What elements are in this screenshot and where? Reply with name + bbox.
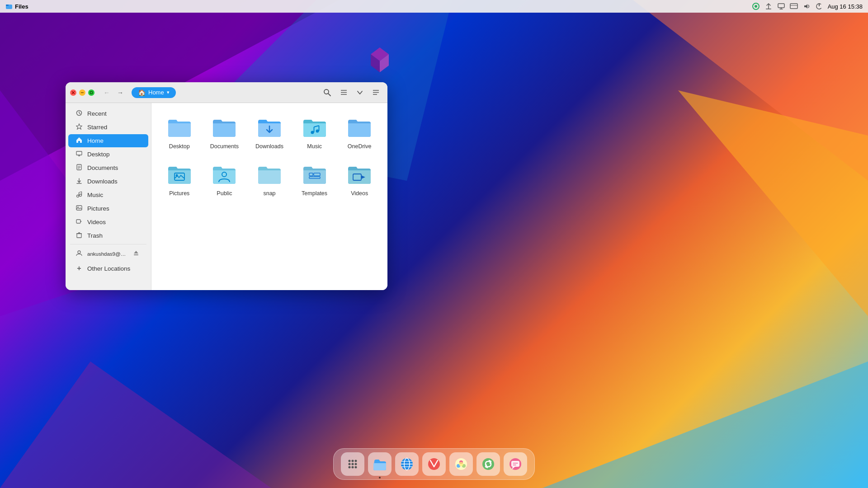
svg-point-60 [316, 130, 319, 133]
folder-onedrive-label: OneDrive [348, 143, 372, 150]
svg-marker-51 [80, 221, 82, 222]
upload-icon[interactable] [764, 2, 773, 10]
dock-color-app-button[interactable] [449, 452, 473, 476]
file-manager-window: ← → 🏠 Home ▾ Recent [66, 82, 387, 290]
folder-public[interactable]: Public [204, 157, 245, 201]
other-locations-icon: + [75, 264, 83, 272]
view-options-button[interactable] [354, 87, 366, 98]
folder-documents-label: Documents [210, 143, 239, 150]
topbar-left: Files [5, 3, 28, 10]
pictures-icon [75, 205, 83, 212]
svg-rect-23 [90, 91, 93, 94]
dock-update-button[interactable] [476, 452, 500, 476]
svg-rect-52 [77, 234, 81, 238]
network-indicator-icon[interactable] [752, 2, 760, 10]
close-button[interactable] [70, 89, 76, 96]
eject-button[interactable] [131, 249, 141, 258]
dock-apps-grid-button[interactable] [341, 452, 364, 476]
folder-downloads-label: Downloads [255, 143, 283, 150]
folder-pictures[interactable]: Pictures [159, 157, 200, 201]
svg-point-86 [428, 458, 440, 470]
sidebar-item-music[interactable]: Music [68, 188, 148, 202]
folder-documents[interactable]: Documents [204, 110, 245, 154]
nav-forward-button[interactable]: → [114, 87, 126, 98]
sidebar: Recent Starred Home Desktop [66, 103, 151, 290]
svg-marker-17 [804, 4, 807, 9]
toolbar-navigation: ← → [101, 87, 126, 98]
folder-templates-label: Templates [302, 190, 327, 197]
dock-browser-button[interactable] [395, 452, 419, 476]
sidebar-item-desktop[interactable]: Desktop [68, 148, 148, 161]
folder-onedrive-icon [346, 116, 373, 139]
trash-icon [75, 232, 83, 239]
svg-rect-94 [511, 461, 519, 467]
sidebar-label-recent: Recent [87, 110, 107, 117]
dock-chat-button[interactable] [504, 452, 527, 476]
folder-videos[interactable]: Videos [339, 157, 380, 201]
sidebar-item-trash[interactable]: Trash [68, 229, 148, 242]
sidebar-item-pictures[interactable]: Pictures [68, 202, 148, 215]
topbar-right: Aug 16 15:38 [752, 2, 863, 10]
main-content: Desktop Documents [151, 103, 387, 290]
sidebar-label-other-locations: Other Locations [87, 265, 130, 272]
dock-chat-icon [508, 457, 523, 471]
volume-icon[interactable] [802, 2, 811, 10]
folder-desktop[interactable]: Desktop [159, 110, 200, 154]
breadcrumb-arrow-icon: ▾ [167, 89, 170, 95]
sidebar-item-other-locations[interactable]: + Other Locations [68, 262, 148, 275]
monitor-icon[interactable] [790, 2, 798, 10]
sidebar-divider [70, 244, 146, 244]
window-toolbar: ← → 🏠 Home ▾ [66, 82, 387, 103]
sidebar-item-recent[interactable]: Recent [68, 107, 148, 120]
dock-files-button[interactable] [368, 452, 392, 476]
svg-point-91 [459, 462, 463, 466]
sidebar-item-account[interactable]: ankushdas9@outlook.com [68, 246, 148, 261]
folder-videos-label: Videos [351, 190, 368, 197]
home-breadcrumb-icon: 🏠 [138, 89, 146, 96]
menu-button[interactable] [369, 86, 383, 99]
sidebar-item-documents[interactable]: Documents [68, 161, 148, 174]
folder-templates-icon [302, 163, 328, 186]
folder-onedrive[interactable]: OneDrive [339, 110, 380, 154]
power-icon[interactable] [815, 2, 823, 10]
maximize-button[interactable] [88, 89, 94, 96]
home-icon [75, 137, 83, 145]
desktop-icon [75, 150, 83, 158]
folder-downloads[interactable]: Downloads [249, 110, 290, 154]
svg-point-43 [77, 195, 79, 197]
svg-point-76 [352, 463, 354, 465]
hamburger-icon [372, 89, 380, 96]
view-list-button[interactable] [337, 86, 351, 99]
videos-icon [75, 218, 83, 226]
sidebar-item-starred[interactable]: Starred [68, 121, 148, 134]
display-icon[interactable] [777, 2, 785, 10]
topbar-title-text: Files [15, 3, 28, 10]
sidebar-label-trash: Trash [87, 232, 103, 239]
folder-music[interactable]: Music [294, 110, 335, 154]
folder-desktop-label: Desktop [169, 143, 190, 150]
svg-rect-50 [76, 220, 80, 223]
minimize-button[interactable] [79, 89, 85, 96]
folder-downloads-icon [256, 116, 283, 139]
downloads-icon [75, 178, 83, 185]
sidebar-label-pictures: Pictures [87, 205, 109, 212]
svg-point-74 [355, 460, 357, 462]
sidebar-item-home[interactable]: Home [68, 134, 148, 147]
search-button[interactable] [320, 86, 334, 99]
svg-marker-5 [542, 361, 868, 488]
dock-vivaldi-button[interactable] [422, 452, 446, 476]
sidebar-item-downloads[interactable]: Downloads [68, 175, 148, 188]
folder-templates[interactable]: Templates [294, 157, 335, 201]
svg-rect-11 [6, 5, 9, 6]
nav-back-button[interactable]: ← [101, 87, 113, 98]
sidebar-item-videos[interactable]: Videos [68, 216, 148, 229]
dock-color-icon [454, 457, 468, 471]
svg-point-77 [355, 463, 357, 465]
svg-point-79 [352, 466, 354, 469]
folder-snap[interactable]: snap [249, 157, 290, 201]
account-icon [75, 250, 83, 258]
svg-marker-6 [0, 361, 271, 488]
clock-display: Aug 16 15:38 [828, 3, 863, 10]
folder-desktop-icon [166, 116, 193, 139]
location-breadcrumb[interactable]: 🏠 Home ▾ [132, 87, 176, 98]
